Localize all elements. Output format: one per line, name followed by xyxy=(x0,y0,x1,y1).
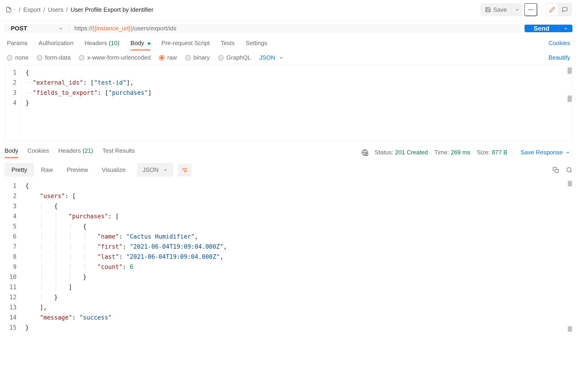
tab-tests[interactable]: Tests xyxy=(221,36,235,50)
code-content[interactable]: { ··"external_ids":·["test-id"], ··"fiel… xyxy=(5,66,572,108)
save-response-label: Save Response xyxy=(520,149,563,156)
body-format-select[interactable]: JSON xyxy=(259,54,284,61)
body-indicator xyxy=(148,42,150,45)
wrap-lines-button[interactable] xyxy=(178,164,192,177)
scrollbar-thumb[interactable] xyxy=(568,96,572,102)
radio-form-label: form-data xyxy=(45,54,71,61)
line-number: 1 xyxy=(5,68,17,77)
crumb-sep: / xyxy=(19,6,20,13)
radio-icon xyxy=(7,55,12,61)
save-dropdown[interactable] xyxy=(511,3,522,16)
size-block[interactable]: Size: 877 B xyxy=(477,149,507,156)
url-variable: {{instance_url}} xyxy=(92,25,133,32)
request-tabs: Params Authorization Headers (10) Body P… xyxy=(0,35,577,50)
line-number: 8 xyxy=(5,252,17,262)
response-format-select[interactable]: JSON xyxy=(137,163,173,177)
line-number: 3 xyxy=(5,88,17,98)
radio-icon xyxy=(218,55,224,61)
method-select[interactable]: POST xyxy=(5,25,69,32)
save-icon xyxy=(485,7,491,13)
save-response-button[interactable]: Save Response xyxy=(520,149,570,156)
view-preview[interactable]: Preview xyxy=(60,163,95,177)
search-button[interactable] xyxy=(566,167,572,173)
svg-point-0 xyxy=(528,9,530,10)
request-body-editor[interactable]: 1 2 3 4 { ··"external_ids":·["test-id"],… xyxy=(5,65,572,141)
cookies-link[interactable]: Cookies xyxy=(548,39,570,47)
scrollbar-thumb[interactable] xyxy=(568,68,572,74)
radio-icon xyxy=(185,55,191,61)
radio-binary[interactable]: binary xyxy=(185,54,210,61)
resp-tab-headers[interactable]: Headers (21) xyxy=(58,147,93,158)
tab-headers[interactable]: Headers (10) xyxy=(84,36,119,50)
radio-none[interactable]: none xyxy=(7,54,29,61)
crumb-export[interactable]: Export xyxy=(23,6,40,13)
tab-prerequest[interactable]: Pre-request Script xyxy=(161,36,210,50)
svg-rect-8 xyxy=(555,169,559,173)
scrollbar-thumb[interactable] xyxy=(568,181,572,186)
json-key: "external_ids" xyxy=(33,79,83,86)
resp-tab-cookies[interactable]: Cookies xyxy=(27,147,49,158)
crumb-sep: / xyxy=(66,6,68,13)
tab-settings[interactable]: Settings xyxy=(246,36,267,50)
response-body-editor[interactable]: 1 2 3 4 5 6 7 8 9 10 11 12 13 14 15 { "u… xyxy=(5,179,572,333)
line-number: 1 xyxy=(5,181,17,191)
tab-icon[interactable] xyxy=(5,6,16,13)
save-button[interactable]: Save xyxy=(480,3,511,16)
line-number: 9 xyxy=(5,262,17,272)
crumb-sep: / xyxy=(43,6,45,13)
resp-headers-count: (21) xyxy=(83,147,93,154)
line-number: 13 xyxy=(5,302,17,312)
radio-none-label: none xyxy=(15,54,29,61)
resp-tab-test-results[interactable]: Test Results xyxy=(102,147,135,158)
copy-button[interactable] xyxy=(553,167,559,173)
beautify-link[interactable]: Beautify xyxy=(548,54,570,61)
resp-tab-body[interactable]: Body xyxy=(5,147,18,158)
pencil-icon xyxy=(549,7,555,13)
status-block[interactable]: Status: 201 Created xyxy=(375,149,428,156)
tab-authorization[interactable]: Authorization xyxy=(39,36,74,50)
line-number: 15 xyxy=(5,322,17,333)
url-input[interactable]: https://{{instance_url}}/users/export/id… xyxy=(69,25,520,32)
size-label: Size: xyxy=(477,149,490,156)
tab-body[interactable]: Body xyxy=(130,36,150,50)
more-button[interactable] xyxy=(524,3,537,16)
radio-form-data[interactable]: form-data xyxy=(37,54,71,61)
line-number: 10 xyxy=(5,272,17,282)
svg-point-2 xyxy=(532,9,533,10)
tab-params[interactable]: Params xyxy=(7,36,28,50)
json-key: "purchases" xyxy=(69,213,108,220)
topbar: / Export / Users / User Profile Export b… xyxy=(0,0,577,20)
breadcrumbs: / Export / Users / User Profile Export b… xyxy=(5,6,153,13)
send-dropdown[interactable] xyxy=(559,25,572,32)
json-string: "success" xyxy=(79,314,112,321)
line-number: 2 xyxy=(5,191,17,201)
radio-graphql[interactable]: GraphQL xyxy=(218,54,251,61)
code-content[interactable]: { "users": [ │ { │ │ "purchases": [ │ │ … xyxy=(5,179,572,333)
body-format-label: JSON xyxy=(259,54,275,61)
network-icon[interactable] xyxy=(361,149,368,156)
time-block[interactable]: Time: 269 ms xyxy=(434,149,470,156)
crumb-users[interactable]: Users xyxy=(48,6,64,13)
comment-button[interactable] xyxy=(559,3,572,16)
svg-point-9 xyxy=(567,168,571,172)
line-number: 7 xyxy=(5,242,17,252)
view-pretty[interactable]: Pretty xyxy=(5,163,34,177)
wrap-icon xyxy=(181,167,188,173)
line-number: 2 xyxy=(5,77,17,88)
view-raw[interactable]: Raw xyxy=(34,163,60,177)
radio-raw[interactable]: raw xyxy=(159,54,177,61)
chevron-down-icon xyxy=(515,7,519,12)
view-visualize[interactable]: Visualize xyxy=(95,163,133,177)
url-row: POST https://{{instance_url}}/users/expo… xyxy=(0,20,577,35)
radio-raw-label: raw xyxy=(167,54,177,61)
scrollbar-thumb[interactable] xyxy=(568,326,572,332)
search-icon xyxy=(566,167,572,173)
divider xyxy=(514,148,514,157)
edit-button[interactable] xyxy=(546,3,559,16)
url-suffix: /users/export/ids xyxy=(133,25,177,32)
line-number: 6 xyxy=(5,231,17,242)
radio-urlencoded[interactable]: x-www-form-urlencoded xyxy=(79,54,151,61)
send-button[interactable]: Send xyxy=(525,25,559,32)
chevron-down-icon xyxy=(279,55,284,60)
request-name[interactable]: User Profile Export by Identifier xyxy=(71,6,153,13)
